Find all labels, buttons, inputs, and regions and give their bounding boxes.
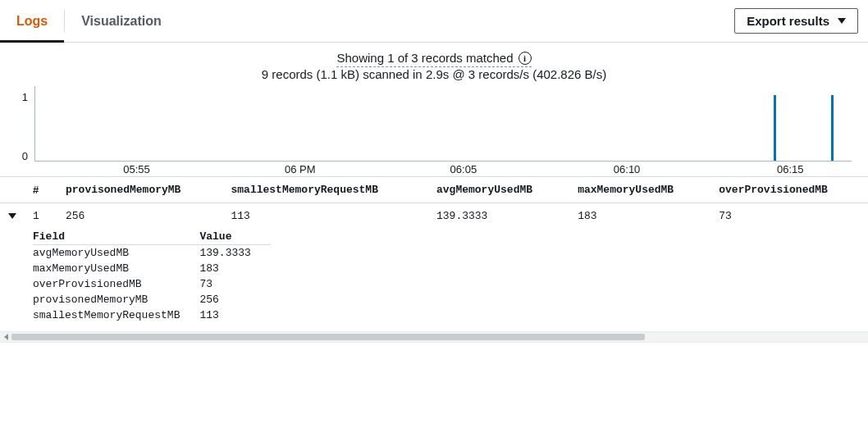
- y-tick-0: 0: [0, 150, 28, 162]
- col-row-num[interactable]: #: [25, 177, 57, 203]
- cell-smallest-memory-request: 113: [223, 203, 429, 230]
- cell-over-provisioned: 73: [710, 203, 868, 230]
- x-tick-label: 06 PM: [285, 163, 316, 175]
- results-table-wrap: # provisonedMemoryMB smallestMemoryReque…: [0, 176, 868, 331]
- detail-item: overProvisionedMB73: [33, 276, 271, 292]
- x-axis-labels: 05:5506 PM06:0506:1006:15: [34, 162, 852, 176]
- detail-field: maxMemoryUsedMB: [33, 261, 199, 276]
- export-results-button[interactable]: Export results: [734, 8, 858, 34]
- caret-down-icon: [838, 18, 846, 24]
- detail-value: 183: [199, 261, 270, 276]
- x-tick-label: 05:55: [123, 163, 150, 175]
- info-icon[interactable]: i: [519, 52, 532, 65]
- detail-value: 73: [199, 276, 270, 292]
- scroll-thumb[interactable]: [11, 334, 645, 340]
- col-max-memory-used[interactable]: maxMemoryUsedMB: [569, 177, 710, 203]
- detail-item: smallestMemoryRequestMB113: [33, 307, 271, 323]
- scroll-left-arrow-icon[interactable]: [0, 332, 11, 342]
- x-tick-label: 06:10: [614, 163, 641, 175]
- export-results-label: Export results: [747, 14, 829, 28]
- x-tick-label: 06:05: [450, 163, 477, 175]
- detail-header-value: Value: [199, 229, 270, 245]
- detail-field: smallestMemoryRequestMB: [33, 307, 199, 323]
- histogram-bar[interactable]: [831, 95, 834, 161]
- summary-matched-text: Showing 1 of 3 records matched: [336, 51, 513, 65]
- detail-value: 256: [199, 292, 270, 307]
- detail-field: provisonedMemoryMB: [33, 292, 199, 307]
- detail-row: Field Value avgMemoryUsedMB139.3333maxMe…: [0, 229, 868, 331]
- horizontal-scrollbar[interactable]: [0, 331, 868, 343]
- results-header-row: # provisonedMemoryMB smallestMemoryReque…: [0, 177, 868, 203]
- results-table: # provisonedMemoryMB smallestMemoryReque…: [0, 177, 868, 331]
- tabs: Logs Visualization: [0, 0, 178, 42]
- summary-line-1: Showing 1 of 3 records matched i: [336, 51, 531, 67]
- top-bar: Logs Visualization Export results: [0, 0, 868, 43]
- detail-item: provisonedMemoryMB256: [33, 292, 271, 307]
- col-expand: [0, 177, 25, 203]
- plot-area: [34, 86, 852, 162]
- detail-table: Field Value avgMemoryUsedMB139.3333maxMe…: [33, 229, 271, 323]
- detail-field: overProvisionedMB: [33, 276, 199, 292]
- expand-toggle[interactable]: [0, 203, 25, 230]
- cell-provisoned-memory: 256: [57, 203, 223, 230]
- detail-field: avgMemoryUsedMB: [33, 245, 199, 262]
- tab-logs[interactable]: Logs: [0, 0, 64, 42]
- cell-avg-memory-used: 139.3333: [428, 203, 569, 230]
- col-provisoned-memory[interactable]: provisonedMemoryMB: [57, 177, 223, 203]
- detail-value: 113: [199, 307, 270, 323]
- table-row[interactable]: 1 256 113 139.3333 183 73: [0, 203, 868, 230]
- query-summary: Showing 1 of 3 records matched i 9 recor…: [0, 43, 868, 86]
- tab-visualization[interactable]: Visualization: [65, 0, 178, 42]
- detail-value: 139.3333: [199, 245, 270, 262]
- col-avg-memory-used[interactable]: avgMemoryUsedMB: [428, 177, 569, 203]
- histogram-chart: 1 0 05:5506 PM06:0506:1006:15: [0, 86, 868, 176]
- detail-item: avgMemoryUsedMB139.3333: [33, 245, 271, 262]
- col-over-provisioned[interactable]: overProvisionedMB: [710, 177, 868, 203]
- cell-row-num: 1: [25, 203, 57, 230]
- caret-down-icon: [8, 213, 16, 219]
- histogram-bar[interactable]: [774, 95, 776, 161]
- y-tick-1: 1: [0, 91, 28, 103]
- cell-max-memory-used: 183: [569, 203, 710, 230]
- detail-header-field: Field: [33, 229, 199, 245]
- summary-line-2: 9 records (1.1 kB) scanned in 2.9s @ 3 r…: [0, 67, 868, 81]
- x-tick-label: 06:15: [777, 163, 804, 175]
- detail-item: maxMemoryUsedMB183: [33, 261, 271, 276]
- col-smallest-memory-request[interactable]: smallestMemoryRequestMB: [223, 177, 429, 203]
